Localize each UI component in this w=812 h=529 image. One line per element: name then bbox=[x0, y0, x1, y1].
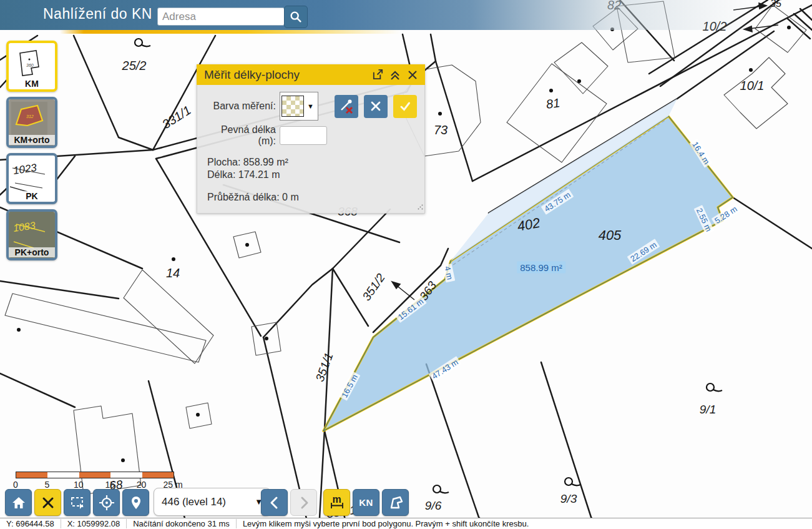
bottom-toolbar: 446 (level 14) ▼ m KN bbox=[0, 488, 812, 517]
search-icon bbox=[289, 10, 303, 24]
parcel-label: 10/1 bbox=[740, 79, 765, 93]
parcel-label: 14 bbox=[166, 266, 180, 280]
home-icon bbox=[11, 495, 27, 511]
svg-text:312: 312 bbox=[26, 114, 34, 119]
area-value: 858.99 m² bbox=[243, 157, 288, 167]
delete-measurement-button[interactable] bbox=[335, 95, 358, 118]
parcel-label: 405 bbox=[599, 227, 622, 244]
confirm-measure-button[interactable] bbox=[393, 95, 417, 118]
layer-label: KM+orto bbox=[9, 135, 55, 145]
kn-info-button[interactable]: KN bbox=[353, 489, 379, 516]
history-back-button[interactable] bbox=[261, 489, 288, 516]
layer-button-pk[interactable]: 1023 PK bbox=[6, 153, 57, 204]
layer-label: KM bbox=[9, 79, 55, 89]
measure-dialog-titlebar[interactable]: Měřit délky-plochy bbox=[197, 64, 425, 85]
zoom-rectangle-button[interactable] bbox=[64, 489, 90, 516]
cancel-measure-button[interactable] bbox=[364, 95, 388, 118]
confirm-icon bbox=[399, 100, 411, 112]
coord-x: X: 1059992.08 bbox=[61, 519, 127, 528]
color-swatch bbox=[281, 96, 304, 117]
history-forward-button[interactable] bbox=[290, 489, 317, 516]
running-length-value: 0 m bbox=[282, 192, 299, 202]
open-in-window-icon[interactable] bbox=[370, 67, 385, 82]
locate-icon bbox=[98, 494, 115, 512]
svg-text:1023: 1023 bbox=[12, 162, 38, 177]
delete-measurement-icon bbox=[338, 98, 355, 114]
dropdown-arrow-icon: ▼ bbox=[307, 102, 314, 110]
layer-label: PK+orto bbox=[9, 247, 55, 257]
measure-color-dropdown[interactable]: ▼ bbox=[280, 92, 318, 121]
close-draw-icon bbox=[42, 497, 54, 509]
parcel-label: 25/2 bbox=[122, 59, 147, 73]
layer-button-pk-orto[interactable]: 1083 PK+orto bbox=[6, 209, 57, 260]
polygon-icon bbox=[388, 495, 404, 511]
svg-text:360: 360 bbox=[26, 63, 34, 67]
pin-icon bbox=[129, 495, 144, 510]
scalebar-ticks: 0510152025 m bbox=[16, 478, 174, 488]
parcel-label: 73 bbox=[434, 123, 448, 137]
measure-button[interactable]: m bbox=[323, 489, 350, 516]
location-pin-button[interactable] bbox=[122, 489, 149, 516]
running-length-result: Průběžná délka: 0 m bbox=[207, 192, 417, 203]
color-label: Barva měření: bbox=[206, 101, 276, 112]
layer-button-km[interactable]: 360 KM bbox=[6, 41, 57, 92]
scalebar: 0510152025 m bbox=[16, 472, 174, 488]
search-button[interactable] bbox=[284, 6, 308, 28]
app-window: 25/2331/136814351/2363351/14024057381821… bbox=[0, 0, 812, 529]
kn-icon: KN bbox=[359, 497, 373, 508]
history-back-icon bbox=[268, 496, 281, 510]
status-bar: Y: 696444.58 X: 1059992.08 Načítání doko… bbox=[0, 518, 812, 529]
parcel-label: 9/1 bbox=[700, 403, 716, 417]
home-button[interactable] bbox=[5, 489, 32, 516]
measure-dialog-title: Měřit délky-plochy bbox=[204, 68, 368, 82]
fixed-length-input[interactable] bbox=[280, 126, 327, 145]
measure-area-badge: 858.99 m² bbox=[517, 262, 565, 274]
page-title: Nahlížení do KN bbox=[43, 6, 152, 22]
zoom-level-value: 446 (level 14) bbox=[162, 496, 255, 508]
zoom-rect-icon bbox=[69, 495, 86, 511]
header-accent-strip bbox=[60, 30, 400, 34]
cancel-icon bbox=[370, 101, 381, 112]
fixed-length-label: Pevná délka (m): bbox=[206, 124, 276, 147]
measure-dialog: Měřit délky-plochy Barva měření: ▼ bbox=[197, 64, 425, 214]
scalebar-bar bbox=[16, 472, 174, 478]
close-icon[interactable] bbox=[405, 67, 420, 82]
collapse-icon[interactable] bbox=[388, 67, 403, 82]
layer-button-km-orto[interactable]: 312 KM+orto bbox=[6, 97, 57, 148]
measure-dialog-body: Barva měření: ▼ bbox=[197, 85, 425, 214]
locate-button[interactable] bbox=[93, 489, 120, 516]
polygon-tool-button[interactable] bbox=[382, 489, 409, 516]
layer-label: PK bbox=[9, 191, 55, 201]
loading-status: Načítání dokončeno 31 ms bbox=[127, 519, 237, 528]
coord-y: Y: 696444.58 bbox=[0, 519, 61, 528]
length-result: Délka: 174.21 m bbox=[207, 169, 417, 180]
area-result: Plocha: 858.99 m² bbox=[207, 157, 417, 168]
resize-handle[interactable] bbox=[418, 201, 423, 212]
measure-icon: m bbox=[332, 497, 341, 503]
drawing-hint: Levým klikem myši vyberte první bod poly… bbox=[237, 519, 535, 528]
length-value: 174.21 m bbox=[238, 169, 280, 180]
history-forward-icon bbox=[297, 496, 311, 510]
address-search-input[interactable] bbox=[157, 7, 285, 26]
cancel-drawing-button[interactable] bbox=[34, 489, 61, 516]
parcel-label: 81 bbox=[545, 96, 560, 112]
zoom-level-select[interactable]: 446 (level 14) ▼ bbox=[154, 488, 271, 516]
